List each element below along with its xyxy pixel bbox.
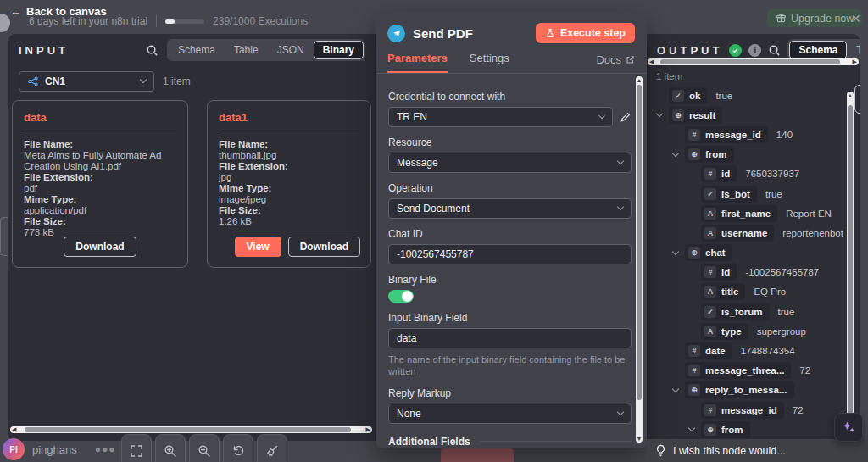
collapse-caret-icon[interactable] [656,110,663,117]
binary-file-label: Binary File [388,274,632,286]
feedback-text: I wish this node would... [673,445,786,457]
file-field-label: File Size: [219,205,359,216]
node-tab-settings[interactable]: Settings [470,52,509,73]
collapse-caret-icon[interactable] [672,149,679,156]
file-field-label: File Name: [24,139,176,150]
scroll-right-arrow[interactable]: ▶ [851,58,859,65]
tree-key-is_forum[interactable]: ✓is_forum [701,303,770,320]
input-tab-table[interactable]: Table [225,41,268,59]
modal-vertical-scrollbar[interactable]: ▲ ▼ [636,76,643,443]
field-resource: ResourceMessage [388,136,632,173]
output-title: OUTPUT [657,44,722,57]
collapse-caret-icon[interactable] [672,386,679,392]
tree-key-message_threa...[interactable]: #message_threa... [685,362,791,379]
tree-key-from[interactable]: ⊕from [685,146,734,163]
input-source-value: CN1 [45,75,135,87]
tree-key-reply_to_messa...[interactable]: ⊕reply_to_messa... [685,381,794,398]
chat-id-input[interactable]: -1002567455787 [388,244,632,264]
reply-markup-select[interactable]: None [388,404,632,424]
node-tab-parameters[interactable]: Parameters [387,52,448,73]
zoom-in-button[interactable] [155,434,186,462]
tree-key-message_id[interactable]: #message_id [685,126,768,143]
output-tab-schema[interactable]: Schema [789,41,847,59]
binary-card-title: data1 [219,111,359,124]
info-icon[interactable]: i [748,44,761,57]
scroll-left-arrow[interactable]: ◀ [10,426,18,433]
reset-zoom-button[interactable] [223,434,253,462]
input-tab-json[interactable]: JSON [268,41,314,59]
avatar[interactable]: PI [3,438,25,460]
collapse-caret-icon[interactable] [688,425,695,431]
panel-resize-handle[interactable] [0,217,8,256]
tree-key-message_id[interactable]: #message_id [701,402,784,419]
tree-key-first_name[interactable]: Afirst_name [701,205,777,222]
tree-key-from[interactable]: ⊕from [701,421,750,438]
scroll-right-arrow[interactable]: ▶ [364,426,372,433]
input-source-select[interactable]: CN1 [19,71,154,92]
ai-assistant-button[interactable] [834,413,863,442]
collapse-caret-icon[interactable] [672,248,679,254]
execute-step-button[interactable]: Execute step [536,23,635,43]
tree-key-ok[interactable]: ✓ok [669,87,707,104]
scroll-up-arrow[interactable]: ▲ [847,92,854,98]
input-tab-binary[interactable]: Binary [314,41,364,59]
tree-gutter [655,114,669,116]
output-tab-table[interactable]: Table [847,41,860,59]
output-horizontal-scrollbar[interactable]: ◀ ▶ [648,58,859,65]
tree-key-id[interactable]: #id [701,264,737,281]
tree-key-chat[interactable]: ⊕chat [685,244,732,261]
zoom-in-icon [164,444,177,458]
output-status-icons: i [729,44,781,57]
scroll-thumb[interactable] [25,427,351,432]
download-button[interactable]: Download [64,237,136,257]
tree-value: EQ Pro [754,287,786,297]
tree-value: -1002567455787 [745,267,819,277]
resource-select[interactable]: Message [388,153,632,173]
input-horizontal-scrollbar[interactable]: ◀ ▶ [10,426,372,433]
operation-select[interactable]: Send Document [388,198,632,219]
input-binary-field-input[interactable]: data [388,328,632,348]
scroll-thumb[interactable] [637,85,642,400]
tree-gutter [687,428,701,431]
credential-value: TR EN [397,111,427,123]
scroll-thumb[interactable] [660,59,840,64]
tree-key-is_bot[interactable]: ✓is_bot [701,186,757,203]
tree-key-username[interactable]: Ausername [701,225,774,242]
feedback-bar[interactable]: I wish this node would... [647,439,868,462]
tree-key-title[interactable]: Atitle [701,283,745,300]
tree-key-type[interactable]: Atype [701,323,748,340]
view-button[interactable]: View [235,237,281,257]
zoom-out-button[interactable] [189,434,220,462]
scroll-up-arrow[interactable]: ▲ [636,77,643,83]
tree-row: Afirst_nameReport EN [647,203,860,223]
tree-key-label: title [721,287,738,297]
credential-select[interactable]: TR EN [388,107,613,127]
pencil-icon[interactable] [620,111,632,123]
download-button[interactable]: Download [288,237,360,257]
scroll-left-arrow[interactable]: ◀ [648,58,655,65]
output-vertical-scrollbar[interactable]: ▲ [847,92,854,439]
tree-key-id[interactable]: #id [701,165,737,182]
executions-progress-fill [165,19,175,24]
input-tab-schema[interactable]: Schema [169,41,225,59]
docs-link[interactable]: Docs [596,53,635,73]
scroll-thumb[interactable] [848,105,853,434]
chevron-down-icon [140,76,147,83]
fit-view-button[interactable] [121,434,152,462]
help-bubble[interactable] [0,14,10,32]
binary-file-toggle[interactable] [388,290,414,303]
search-icon[interactable] [146,44,159,57]
scroll-down-arrow[interactable]: ▼ [636,436,643,442]
string-type-icon: A [704,286,716,298]
user-menu-dots[interactable]: ●●● [95,443,116,455]
binary-card-data1: data1File Name:thumbnail.jpgFile Extensi… [207,100,371,268]
tree-key-date[interactable]: #date [685,342,732,359]
number-type-icon: # [704,266,716,278]
tidy-up-button[interactable] [257,434,287,462]
tree-row: #date1748874354 [647,341,860,360]
close-icon[interactable]: ✕ [851,12,861,25]
upgrade-now-button[interactable]: Upgrade now [767,9,862,27]
tree-key-result[interactable]: ⊕result [669,107,722,124]
number-type-icon: # [688,129,700,141]
search-icon[interactable] [768,44,781,57]
